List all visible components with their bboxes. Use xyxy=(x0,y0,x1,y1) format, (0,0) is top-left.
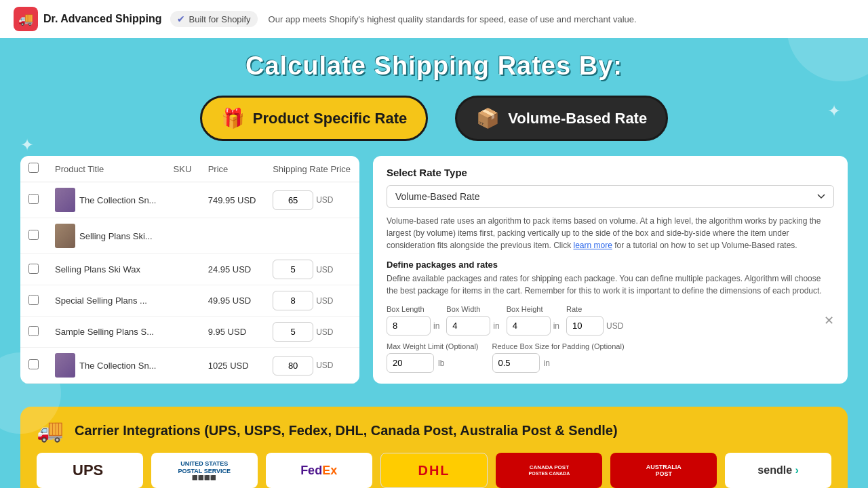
product-price: 9.95 USD xyxy=(200,317,264,348)
app-name: Dr. Advanced Shipping xyxy=(43,13,162,25)
box-length-unit: in xyxy=(433,321,439,331)
row-checkbox-5[interactable] xyxy=(28,359,39,369)
carrier-truck-icon: 🚚 xyxy=(37,418,64,443)
shipping-rate-input[interactable] xyxy=(273,322,313,342)
shipping-rate-input[interactable] xyxy=(273,260,313,279)
box-height-input[interactable] xyxy=(507,316,551,336)
table-row: Sample Selling Plans S...9.95 USDUSD xyxy=(20,317,359,348)
rate-currency-label: USD xyxy=(316,265,333,274)
table-row: The Collection Sn...749.95 USDUSD xyxy=(20,182,359,218)
product-price: 749.95 USD xyxy=(200,182,264,218)
canada-post-logo: CANADA POST POSTES CANADA xyxy=(496,453,602,488)
reduce-box-input[interactable] xyxy=(492,353,540,373)
box-length-group: Box Length in xyxy=(387,305,439,336)
col-shipping-rate: Shipping Rate Price xyxy=(264,156,359,182)
rate-currency-label: USD xyxy=(316,361,333,370)
row-checkbox-2[interactable] xyxy=(28,264,39,274)
rate-currency-label: USD xyxy=(606,321,623,331)
volume-based-icon: 📦 xyxy=(476,107,500,129)
max-weight-group: Max Weight Limit (Optional) lb xyxy=(387,342,479,373)
max-weight-label: Max Weight Limit (Optional) xyxy=(387,342,479,350)
box-width-input[interactable] xyxy=(446,316,490,336)
main-content: Calculate Shipping Rates By: 🎁 Product S… xyxy=(0,38,868,397)
product-specific-label: Product Specific Rate xyxy=(253,110,407,127)
table-row: Selling Plans Ski... xyxy=(20,218,359,254)
shipping-rate-cell: USD xyxy=(264,182,359,218)
built-for-shopify-badge: ✔ Built for Shopify xyxy=(170,11,258,27)
box-height-unit: in xyxy=(553,321,559,331)
box-height-group: Box Height in xyxy=(507,305,559,336)
shipping-rate-cell: USD xyxy=(264,317,359,348)
table-row: Special Selling Plans ...49.95 USDUSD xyxy=(20,285,359,317)
volume-based-rate-button[interactable]: 📦 Volume-Based Rate xyxy=(455,96,668,141)
shopify-check-icon: ✔ xyxy=(177,14,185,24)
max-weight-unit: lb xyxy=(438,359,444,368)
product-name-text: The Collection Sn... xyxy=(79,195,156,205)
max-weight-input[interactable] xyxy=(387,353,434,373)
product-sku xyxy=(165,317,200,348)
shipping-rate-input[interactable] xyxy=(273,190,313,210)
reduce-box-group: Reduce Box Size for Padding (Optional) i… xyxy=(492,342,625,373)
box-height-label: Box Height xyxy=(507,305,559,313)
rate-type-buttons: 🎁 Product Specific Rate 📦 Volume-Based R… xyxy=(20,96,848,141)
header-tagline: Our app meets Shopify's highest quality … xyxy=(269,14,637,24)
product-name-text: The Collection Sn... xyxy=(79,361,156,371)
select-all-checkbox[interactable] xyxy=(28,163,39,173)
product-name-text: Special Selling Plans ... xyxy=(55,296,147,306)
shipping-rate-cell: USD xyxy=(264,348,359,384)
box-width-unit: in xyxy=(493,321,499,331)
box-length-input[interactable] xyxy=(387,316,431,336)
col-sku: SKU xyxy=(165,156,200,182)
ups-logo: UPS xyxy=(37,453,143,488)
product-name-text: Selling Plans Ski Wax xyxy=(55,264,140,274)
col-product-title: Product Title xyxy=(47,156,165,182)
carrier-logos: UPS UNITED STATES POSTAL SERVICE ⬛⬛⬛⬛ Fe… xyxy=(37,453,831,488)
box-width-group: Box Width in xyxy=(446,305,499,336)
delete-package-button[interactable]: ✕ xyxy=(824,313,834,328)
page-title: Calculate Shipping Rates By: xyxy=(20,52,848,81)
product-specific-rate-button[interactable]: 🎁 Product Specific Rate xyxy=(200,96,428,141)
col-price: Price xyxy=(200,156,264,182)
product-sku xyxy=(165,254,200,285)
learn-more-link[interactable]: learn more xyxy=(573,241,612,250)
product-price xyxy=(200,218,264,254)
volume-based-label: Volume-Based Rate xyxy=(508,110,647,127)
define-packages-title: Define packages and rates xyxy=(387,260,834,270)
weight-padding-row: Max Weight Limit (Optional) lb Reduce Bo… xyxy=(387,342,834,373)
rate-group: Rate USD xyxy=(566,305,623,336)
shipping-rate-input[interactable] xyxy=(273,291,313,310)
fedex-logo: FedEx xyxy=(266,453,372,488)
product-specific-icon: 🎁 xyxy=(221,107,245,129)
rate-type-panel: Select Rate Type Volume-Based Rate Weigh… xyxy=(373,156,848,384)
rate-value-input[interactable] xyxy=(566,316,604,336)
carrier-title: Carrier Integrations (UPS, USPS, Fedex, … xyxy=(75,423,618,439)
rate-currency-label: USD xyxy=(316,296,333,306)
row-checkbox-3[interactable] xyxy=(28,295,39,305)
shipping-rate-cell: USD xyxy=(264,254,359,285)
header: 🚚 Dr. Advanced Shipping ✔ Built for Shop… xyxy=(0,0,868,38)
rate-currency-label: USD xyxy=(316,195,333,205)
product-table: Product Title SKU Price Shipping Rate Pr… xyxy=(20,156,359,384)
shipping-rate-cell: USD xyxy=(264,285,359,317)
app-logo-icon: 🚚 xyxy=(14,7,38,31)
rate-description: Volume-based rate uses an algorithm to p… xyxy=(387,215,834,251)
row-checkbox-1[interactable] xyxy=(28,230,39,240)
product-price: 1025 USD xyxy=(200,348,264,384)
reduce-box-unit: in xyxy=(544,359,550,368)
table-row: Selling Plans Ski Wax24.95 USDUSD xyxy=(20,254,359,285)
reduce-box-label: Reduce Box Size for Padding (Optional) xyxy=(492,342,625,350)
usps-logo: UNITED STATES POSTAL SERVICE ⬛⬛⬛⬛ xyxy=(151,453,258,488)
svg-text:UPS: UPS xyxy=(73,462,103,479)
box-length-label: Box Length xyxy=(387,305,439,313)
row-checkbox-4[interactable] xyxy=(28,326,39,336)
product-name-text: Sample Selling Plans S... xyxy=(55,327,154,337)
australia-post-logo: AUSTRALIA POST xyxy=(610,453,717,488)
define-packages-desc: Define available packages and rates for … xyxy=(387,272,834,297)
shipping-rate-input[interactable] xyxy=(273,356,313,375)
built-for-shopify-label: Built for Shopify xyxy=(189,14,251,24)
rate-label: Rate xyxy=(566,305,623,313)
shipping-rate-cell xyxy=(264,218,359,254)
rate-type-select[interactable]: Volume-Based Rate Weight-Based Rate Flat… xyxy=(387,185,834,208)
product-panel: Product Title SKU Price Shipping Rate Pr… xyxy=(20,156,359,384)
row-checkbox-0[interactable] xyxy=(28,194,39,204)
